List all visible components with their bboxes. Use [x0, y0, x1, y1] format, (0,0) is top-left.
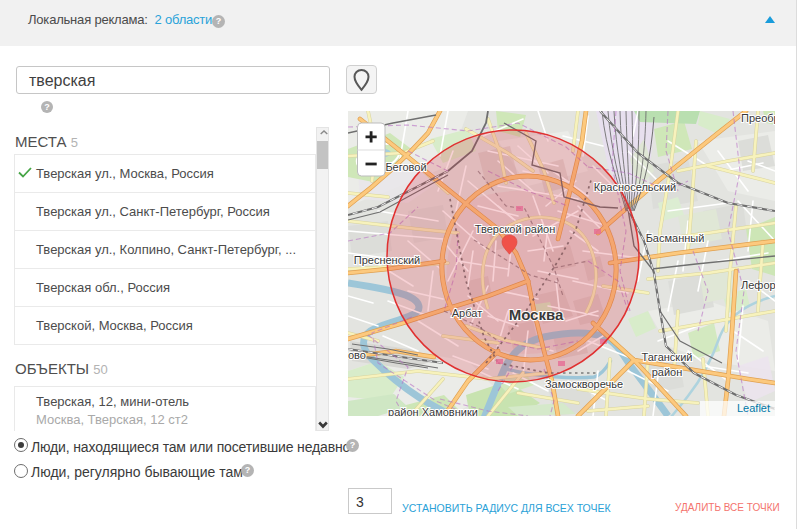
svg-text:Leaflet: Leaflet: [737, 402, 770, 414]
svg-text:Замоскворечье: Замоскворечье: [545, 378, 623, 390]
svg-text:Москва: Москва: [509, 306, 564, 323]
svg-text:Таганский: Таганский: [642, 351, 693, 363]
svg-text:район Хамовники: район Хамовники: [388, 406, 478, 416]
svg-text:Лефортово: Лефортово: [741, 279, 775, 291]
svg-text:Беговой: Беговой: [385, 161, 426, 173]
svg-text:Пресненский: Пресненский: [354, 254, 421, 266]
svg-text:Басманный: Басманный: [646, 232, 705, 244]
svg-text:Преображенское: Преображенское: [741, 112, 775, 124]
svg-text:ово: ово: [348, 349, 366, 361]
svg-text:Арбат: Арбат: [452, 307, 482, 319]
svg-text:Красносельский: Красносельский: [594, 181, 676, 193]
svg-text:район: район: [652, 366, 683, 378]
svg-text:Тверской район: Тверской район: [475, 223, 556, 235]
